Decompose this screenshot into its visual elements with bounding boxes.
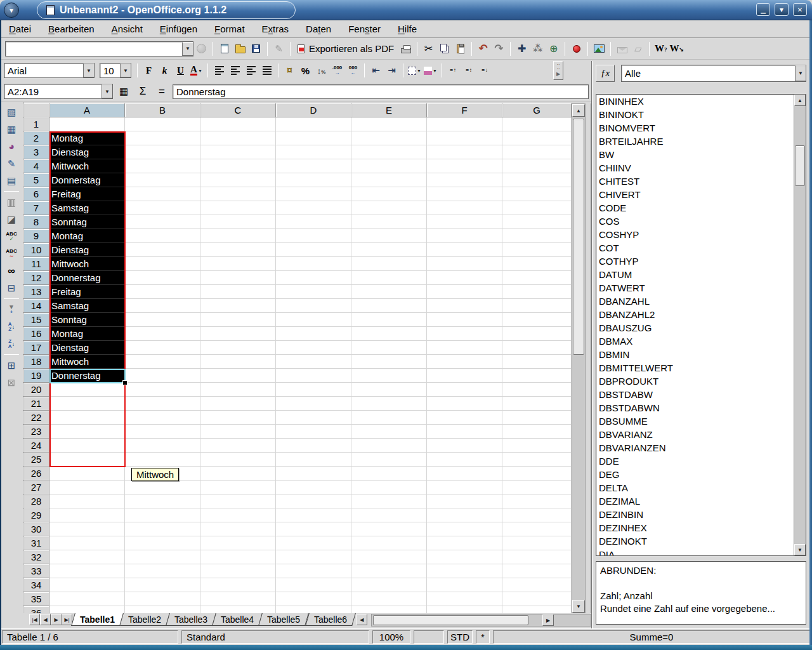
cell-b1[interactable] — [125, 117, 200, 131]
cell-d7[interactable] — [276, 201, 351, 215]
function-list-item-cot[interactable]: COT — [596, 241, 806, 255]
cell-a29[interactable] — [49, 508, 125, 522]
cell-a35[interactable] — [49, 592, 125, 606]
cell-d19[interactable] — [276, 369, 351, 383]
cell-c19[interactable] — [200, 369, 276, 383]
cell-a27[interactable] — [49, 481, 125, 494]
cell-g21[interactable] — [502, 397, 572, 411]
navigator-icon[interactable]: ✚ — [514, 41, 530, 57]
cell-a14[interactable]: Samstag — [49, 299, 125, 313]
cell-f8[interactable] — [427, 215, 502, 229]
cell-e9[interactable] — [351, 229, 427, 243]
cell-b28[interactable] — [125, 494, 200, 508]
open-icon[interactable] — [232, 41, 248, 57]
cell-d4[interactable] — [276, 159, 351, 173]
cell-d2[interactable] — [276, 131, 351, 145]
cell-e3[interactable] — [351, 145, 427, 159]
cell-a26[interactable] — [49, 467, 125, 481]
row-header-5[interactable]: 5 — [23, 173, 49, 187]
valign-bottom-icon[interactable]: =↓ — [477, 62, 493, 79]
scroll-right-button[interactable]: ▶ — [542, 614, 554, 626]
cell-e35[interactable] — [351, 592, 427, 606]
row-header-28[interactable]: 28 — [23, 494, 49, 508]
function-list-item-bininokt[interactable]: BININOKT — [596, 108, 806, 121]
cell-c6[interactable] — [200, 187, 276, 201]
function-list-item-dezinbin[interactable]: DEZINBIN — [596, 508, 806, 521]
function-list-item-dia[interactable]: DIA — [596, 548, 806, 556]
cell-b29[interactable] — [125, 508, 200, 522]
cell-a7[interactable]: Samstag — [49, 201, 125, 215]
cell-a1[interactable] — [49, 117, 125, 131]
cell-c13[interactable] — [200, 285, 276, 299]
cell-b31[interactable] — [125, 536, 200, 550]
gallery-icon[interactable] — [591, 41, 607, 57]
cell-d20[interactable] — [276, 383, 351, 397]
row-header-20[interactable]: 20 — [23, 383, 49, 397]
cell-a13[interactable]: Freitag — [49, 285, 125, 299]
cell-b7[interactable] — [125, 201, 200, 215]
function-list-item-dbanzahl2[interactable]: DBANZAHL2 — [596, 308, 806, 321]
cell-c12[interactable] — [200, 271, 276, 285]
cell-c4[interactable] — [200, 159, 276, 173]
shade-button[interactable]: ▼ — [775, 3, 789, 16]
cell-d36[interactable] — [276, 606, 351, 613]
cell-c26[interactable] — [200, 467, 276, 481]
remove-decimal-icon[interactable]: 000← — [345, 62, 361, 79]
cell-g14[interactable] — [502, 299, 572, 313]
cell-g17[interactable] — [502, 341, 572, 355]
cell-e29[interactable] — [351, 508, 427, 522]
function-list-item-bininhex[interactable]: BININHEX — [596, 95, 806, 108]
cell-d27[interactable] — [276, 481, 351, 494]
cell-e36[interactable] — [351, 606, 427, 613]
sheet-tab-tabelle2[interactable]: Tabelle2 — [119, 613, 170, 626]
column-header-b[interactable]: B — [125, 103, 200, 117]
cell-d6[interactable] — [276, 187, 351, 201]
cell-f18[interactable] — [427, 355, 502, 369]
cell-c5[interactable] — [200, 173, 276, 187]
spellcheck-icon[interactable]: ABC✓ — [4, 228, 20, 245]
cell-f19[interactable] — [427, 369, 502, 383]
select-all-corner[interactable] — [23, 103, 49, 117]
bold-icon[interactable]: F — [141, 62, 157, 79]
cell-d25[interactable] — [276, 453, 351, 467]
cell-b27[interactable] — [125, 481, 200, 494]
cell-a4[interactable]: Mittwoch — [49, 159, 125, 173]
cell-d23[interactable] — [276, 425, 351, 439]
row-header-27[interactable]: 27 — [23, 481, 49, 494]
next-sheet-button[interactable]: ▶ — [51, 614, 62, 625]
cell-g24[interactable] — [502, 439, 572, 453]
cell-b6[interactable] — [125, 187, 200, 201]
function-list-item-cothyp[interactable]: COTHYP — [596, 255, 806, 268]
cell-a10[interactable]: Dienstag — [49, 243, 125, 257]
cell-f13[interactable] — [427, 285, 502, 299]
function-list-item-dezimal[interactable]: DEZIMAL — [596, 494, 806, 508]
cell-c8[interactable] — [200, 215, 276, 229]
row-header-32[interactable]: 32 — [23, 550, 49, 564]
cell-e20[interactable] — [351, 383, 427, 397]
cell-a5[interactable]: Donnerstag — [49, 173, 125, 187]
cell-d28[interactable] — [276, 494, 351, 508]
cell-a12[interactable]: Donnerstag — [49, 271, 125, 285]
cell-c30[interactable] — [200, 522, 276, 536]
close-button[interactable]: ✕ — [793, 3, 807, 16]
cell-f23[interactable] — [427, 425, 502, 439]
row-header-11[interactable]: 11 — [23, 257, 49, 271]
category-dropdown-button[interactable]: ▼ — [795, 65, 806, 81]
cell-c14[interactable] — [200, 299, 276, 313]
cell-a3[interactable]: Dienstag — [49, 145, 125, 159]
cell-g16[interactable] — [502, 327, 572, 341]
menu-item-extras[interactable]: Extras — [256, 22, 296, 36]
function-list-item-code[interactable]: CODE — [596, 201, 806, 215]
function-list-item-cos[interactable]: COS — [596, 215, 806, 228]
formula-input-line[interactable] — [173, 84, 589, 99]
cell-e32[interactable] — [351, 550, 427, 564]
italic-icon[interactable]: k — [157, 62, 173, 79]
list-scroll-down-button[interactable]: ▼ — [794, 544, 806, 555]
cell-e7[interactable] — [351, 201, 427, 215]
cell-g33[interactable] — [502, 564, 572, 578]
cell-f32[interactable] — [427, 550, 502, 564]
cell-a30[interactable] — [49, 522, 125, 536]
cell-g20[interactable] — [502, 383, 572, 397]
cell-b14[interactable] — [125, 299, 200, 313]
cell-f33[interactable] — [427, 564, 502, 578]
